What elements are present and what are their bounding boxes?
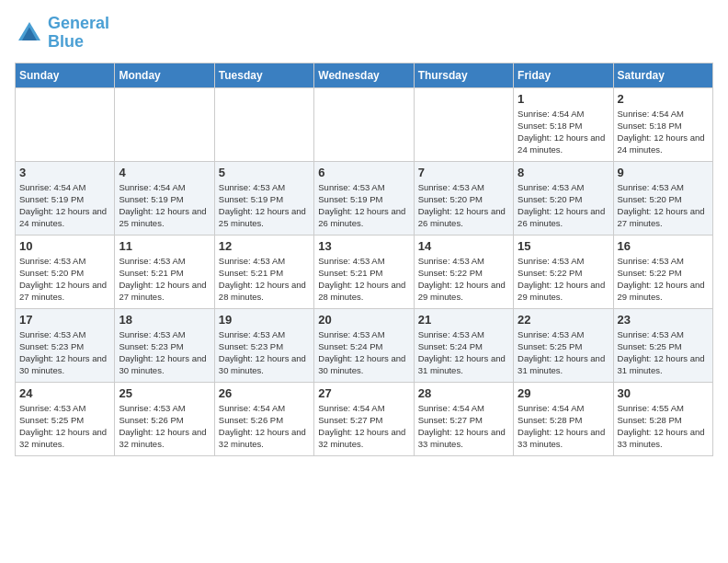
day-detail: Sunrise: 4:53 AM Sunset: 5:20 PM Dayligh… bbox=[618, 181, 709, 230]
calendar-cell: 17Sunrise: 4:53 AM Sunset: 5:23 PM Dayli… bbox=[16, 308, 115, 382]
day-number: 17 bbox=[19, 313, 110, 327]
day-detail: Sunrise: 4:53 AM Sunset: 5:19 PM Dayligh… bbox=[318, 181, 409, 230]
calendar-cell: 19Sunrise: 4:53 AM Sunset: 5:23 PM Dayli… bbox=[214, 308, 313, 382]
day-number: 21 bbox=[418, 313, 509, 327]
day-detail: Sunrise: 4:54 AM Sunset: 5:26 PM Dayligh… bbox=[219, 402, 310, 451]
day-detail: Sunrise: 4:54 AM Sunset: 5:18 PM Dayligh… bbox=[518, 108, 609, 156]
calendar-cell: 28Sunrise: 4:54 AM Sunset: 5:27 PM Dayli… bbox=[414, 382, 513, 455]
logo: General Blue bbox=[15, 15, 109, 52]
day-number: 15 bbox=[518, 239, 609, 253]
day-number: 23 bbox=[618, 313, 709, 327]
day-number: 28 bbox=[418, 386, 509, 400]
day-number: 5 bbox=[219, 166, 310, 179]
day-detail: Sunrise: 4:54 AM Sunset: 5:19 PM Dayligh… bbox=[19, 181, 110, 230]
calendar-cell: 1Sunrise: 4:54 AM Sunset: 5:18 PM Daylig… bbox=[514, 87, 613, 161]
calendar-cell: 29Sunrise: 4:54 AM Sunset: 5:28 PM Dayli… bbox=[514, 382, 613, 455]
day-detail: Sunrise: 4:53 AM Sunset: 5:20 PM Dayligh… bbox=[418, 181, 509, 230]
calendar-cell: 8Sunrise: 4:53 AM Sunset: 5:20 PM Daylig… bbox=[514, 161, 613, 235]
day-number: 26 bbox=[219, 386, 310, 400]
day-detail: Sunrise: 4:53 AM Sunset: 5:22 PM Dayligh… bbox=[518, 255, 609, 304]
day-detail: Sunrise: 4:54 AM Sunset: 5:19 PM Dayligh… bbox=[119, 181, 210, 230]
calendar-cell: 23Sunrise: 4:53 AM Sunset: 5:25 PM Dayli… bbox=[613, 308, 712, 382]
day-number: 24 bbox=[19, 386, 110, 400]
calendar-week-1: 1Sunrise: 4:54 AM Sunset: 5:18 PM Daylig… bbox=[16, 87, 713, 161]
day-header-tuesday: Tuesday bbox=[214, 63, 313, 87]
calendar-cell: 12Sunrise: 4:53 AM Sunset: 5:21 PM Dayli… bbox=[214, 235, 313, 308]
day-header-friday: Friday bbox=[514, 63, 613, 87]
day-number: 29 bbox=[518, 386, 609, 400]
calendar-week-2: 3Sunrise: 4:54 AM Sunset: 5:19 PM Daylig… bbox=[16, 161, 713, 235]
day-number: 10 bbox=[19, 239, 110, 253]
day-number: 19 bbox=[219, 313, 310, 327]
day-header-sunday: Sunday bbox=[16, 63, 115, 87]
day-detail: Sunrise: 4:53 AM Sunset: 5:22 PM Dayligh… bbox=[618, 255, 709, 304]
calendar-cell bbox=[115, 87, 214, 161]
logo-icon bbox=[15, 18, 44, 48]
day-number: 12 bbox=[219, 239, 310, 253]
calendar-week-4: 17Sunrise: 4:53 AM Sunset: 5:23 PM Dayli… bbox=[16, 308, 713, 382]
calendar-cell: 26Sunrise: 4:54 AM Sunset: 5:26 PM Dayli… bbox=[214, 382, 313, 455]
calendar-cell: 18Sunrise: 4:53 AM Sunset: 5:23 PM Dayli… bbox=[115, 308, 214, 382]
calendar-cell bbox=[314, 87, 414, 161]
calendar-cell: 5Sunrise: 4:53 AM Sunset: 5:19 PM Daylig… bbox=[214, 161, 313, 235]
day-number: 2 bbox=[618, 92, 709, 106]
day-detail: Sunrise: 4:53 AM Sunset: 5:20 PM Dayligh… bbox=[19, 255, 110, 304]
day-number: 30 bbox=[618, 386, 709, 400]
calendar-header: SundayMondayTuesdayWednesdayThursdayFrid… bbox=[16, 63, 713, 87]
day-number: 18 bbox=[119, 313, 210, 327]
calendar-cell: 30Sunrise: 4:55 AM Sunset: 5:28 PM Dayli… bbox=[613, 382, 712, 455]
day-detail: Sunrise: 4:53 AM Sunset: 5:26 PM Dayligh… bbox=[119, 402, 210, 451]
day-number: 3 bbox=[19, 166, 110, 179]
calendar-body: 1Sunrise: 4:54 AM Sunset: 5:18 PM Daylig… bbox=[16, 87, 713, 455]
calendar-cell: 2Sunrise: 4:54 AM Sunset: 5:18 PM Daylig… bbox=[613, 87, 712, 161]
day-detail: Sunrise: 4:53 AM Sunset: 5:24 PM Dayligh… bbox=[418, 328, 509, 377]
day-detail: Sunrise: 4:53 AM Sunset: 5:23 PM Dayligh… bbox=[219, 328, 310, 377]
day-detail: Sunrise: 4:54 AM Sunset: 5:27 PM Dayligh… bbox=[418, 402, 509, 451]
day-number: 9 bbox=[618, 166, 709, 179]
day-number: 14 bbox=[418, 239, 509, 253]
calendar-week-5: 24Sunrise: 4:53 AM Sunset: 5:25 PM Dayli… bbox=[16, 382, 713, 455]
day-detail: Sunrise: 4:53 AM Sunset: 5:24 PM Dayligh… bbox=[318, 328, 409, 377]
day-detail: Sunrise: 4:53 AM Sunset: 5:25 PM Dayligh… bbox=[19, 402, 110, 451]
logo-text: General Blue bbox=[48, 15, 109, 52]
day-number: 8 bbox=[518, 166, 609, 179]
calendar-cell: 6Sunrise: 4:53 AM Sunset: 5:19 PM Daylig… bbox=[314, 161, 414, 235]
day-detail: Sunrise: 4:53 AM Sunset: 5:23 PM Dayligh… bbox=[19, 328, 110, 377]
calendar-cell bbox=[16, 87, 115, 161]
day-number: 20 bbox=[318, 313, 409, 327]
day-detail: Sunrise: 4:53 AM Sunset: 5:23 PM Dayligh… bbox=[119, 328, 210, 377]
calendar-cell: 3Sunrise: 4:54 AM Sunset: 5:19 PM Daylig… bbox=[16, 161, 115, 235]
day-header-monday: Monday bbox=[115, 63, 214, 87]
day-number: 13 bbox=[318, 239, 409, 253]
page-header: General Blue bbox=[15, 15, 713, 52]
day-detail: Sunrise: 4:53 AM Sunset: 5:21 PM Dayligh… bbox=[219, 255, 310, 304]
day-detail: Sunrise: 4:53 AM Sunset: 5:25 PM Dayligh… bbox=[518, 328, 609, 377]
calendar-cell: 27Sunrise: 4:54 AM Sunset: 5:27 PM Dayli… bbox=[314, 382, 414, 455]
day-number: 27 bbox=[318, 386, 409, 400]
calendar-cell: 20Sunrise: 4:53 AM Sunset: 5:24 PM Dayli… bbox=[314, 308, 414, 382]
day-header-saturday: Saturday bbox=[613, 63, 712, 87]
calendar-cell: 7Sunrise: 4:53 AM Sunset: 5:20 PM Daylig… bbox=[414, 161, 513, 235]
calendar-cell: 4Sunrise: 4:54 AM Sunset: 5:19 PM Daylig… bbox=[115, 161, 214, 235]
calendar-cell: 24Sunrise: 4:53 AM Sunset: 5:25 PM Dayli… bbox=[16, 382, 115, 455]
calendar-cell: 21Sunrise: 4:53 AM Sunset: 5:24 PM Dayli… bbox=[414, 308, 513, 382]
day-detail: Sunrise: 4:54 AM Sunset: 5:18 PM Dayligh… bbox=[618, 108, 709, 156]
calendar-cell: 16Sunrise: 4:53 AM Sunset: 5:22 PM Dayli… bbox=[613, 235, 712, 308]
day-detail: Sunrise: 4:55 AM Sunset: 5:28 PM Dayligh… bbox=[618, 402, 709, 451]
calendar-week-3: 10Sunrise: 4:53 AM Sunset: 5:20 PM Dayli… bbox=[16, 235, 713, 308]
calendar-table: SundayMondayTuesdayWednesdayThursdayFrid… bbox=[15, 63, 713, 456]
calendar-cell bbox=[214, 87, 313, 161]
calendar-cell: 10Sunrise: 4:53 AM Sunset: 5:20 PM Dayli… bbox=[16, 235, 115, 308]
calendar-cell: 9Sunrise: 4:53 AM Sunset: 5:20 PM Daylig… bbox=[613, 161, 712, 235]
day-detail: Sunrise: 4:53 AM Sunset: 5:21 PM Dayligh… bbox=[119, 255, 210, 304]
calendar-cell: 13Sunrise: 4:53 AM Sunset: 5:21 PM Dayli… bbox=[314, 235, 414, 308]
calendar-cell: 25Sunrise: 4:53 AM Sunset: 5:26 PM Dayli… bbox=[115, 382, 214, 455]
day-number: 6 bbox=[318, 166, 409, 179]
calendar-cell bbox=[414, 87, 513, 161]
day-detail: Sunrise: 4:53 AM Sunset: 5:19 PM Dayligh… bbox=[219, 181, 310, 230]
day-detail: Sunrise: 4:53 AM Sunset: 5:21 PM Dayligh… bbox=[318, 255, 409, 304]
day-number: 1 bbox=[518, 92, 609, 106]
day-detail: Sunrise: 4:53 AM Sunset: 5:22 PM Dayligh… bbox=[418, 255, 509, 304]
day-header-thursday: Thursday bbox=[414, 63, 513, 87]
day-detail: Sunrise: 4:54 AM Sunset: 5:28 PM Dayligh… bbox=[518, 402, 609, 451]
